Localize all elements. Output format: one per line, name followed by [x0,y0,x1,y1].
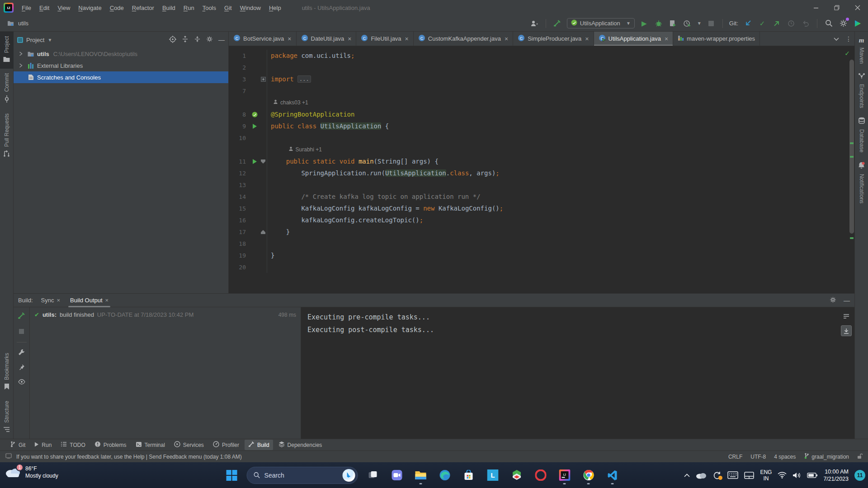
code-line[interactable]: 3import ... [229,73,854,85]
chat-taskbar-icon[interactable] [388,465,406,485]
tab-utilsapplication-java[interactable]: CUtilsApplication.java× [594,32,674,46]
line-number[interactable]: 14 [229,193,250,200]
panel-settings-gear-icon[interactable] [206,36,213,44]
tab-fileutil-java[interactable]: CFileUtil.java× [356,32,413,46]
feedback-icon[interactable] [5,453,12,460]
line-number[interactable]: 17 [229,229,250,235]
hide-panel-icon[interactable]: — [218,36,225,43]
code-line[interactable]: 7 [229,85,854,97]
notification-count-badge[interactable]: 11 [854,470,865,481]
line-number[interactable]: 13 [229,182,250,188]
collapse-all-icon[interactable] [194,36,201,44]
tab-close-icon[interactable]: × [505,35,508,42]
minimize-button[interactable] [806,0,826,15]
tab-customkafkaappender-java[interactable]: CCustomKafkaAppender.java× [414,32,513,46]
line-number[interactable]: 2 [229,64,250,71]
line-number[interactable]: 15 [229,205,250,212]
hidden-tabs-chevron-icon[interactable] [834,35,839,43]
stop-build-icon[interactable] [19,328,24,336]
clock-widget[interactable]: 10:00 AM 7/21/2023 [823,468,849,483]
debug-button[interactable] [654,19,664,28]
run-options-chevron-icon[interactable]: ▼ [697,21,702,26]
code-line[interactable]: 1package com.uci.utils; [229,50,854,61]
line-number[interactable]: 20 [229,264,250,271]
opera-taskbar-icon[interactable] [532,465,550,485]
menu-help[interactable]: Help [265,3,285,13]
tab-botservice-java[interactable]: CBotService.java× [229,32,297,46]
weather-widget[interactable]: 1 86°F Mostly cloudy [5,465,58,479]
code-line[interactable]: 18 [229,238,854,249]
indent-indicator[interactable]: 4 spaces [774,454,796,460]
tool-stripe-maven[interactable]: mMaven [855,32,868,68]
filter-eye-icon[interactable] [18,378,25,386]
line-number[interactable]: 12 [229,170,250,177]
code-line[interactable]: 9public class UtilsApplication { [229,120,854,132]
tool-stripe-database[interactable]: Database [855,113,868,157]
menu-build[interactable]: Build [159,3,179,13]
bluestacks-taskbar-icon[interactable] [508,465,526,485]
build-settings-gear-icon[interactable] [830,296,836,305]
run-button[interactable]: ▶ [639,19,649,28]
build-tab-sync[interactable]: Sync× [41,294,61,307]
fold-close-icon[interactable] [259,230,267,234]
spring-gutter-icon[interactable] [250,112,259,117]
chrome-taskbar-icon[interactable] [580,465,598,485]
code-line[interactable]: 13 [229,179,854,191]
lenovo-taskbar-icon[interactable]: L [484,465,502,485]
file-explorer-taskbar-icon[interactable] [412,465,430,485]
rerun-build-hammer-icon[interactable] [18,312,25,321]
tab-close-icon[interactable]: × [57,297,60,304]
soft-wrap-icon[interactable] [841,311,852,322]
code-line[interactable]: 16 kafkaLogConfig.createLogTopic(); [229,214,854,226]
git-push-button[interactable] [772,19,782,28]
tool-stripe-notifications[interactable]: Notifications [855,157,868,208]
sync-icon[interactable] [712,471,722,480]
line-ending-indicator[interactable]: CRLF [728,454,742,460]
search-everywhere-icon[interactable] [824,19,834,28]
code-line[interactable]: 8@SpringBootApplication [229,108,854,120]
pin-icon[interactable] [19,364,25,372]
tool-stripe-project[interactable]: Project [0,32,14,69]
toolwindow-git[interactable]: Git [6,440,29,450]
code-line[interactable]: 15 KafkaLogConfig kafkaLogConfig = new K… [229,202,854,214]
menu-tools[interactable]: Tools [199,3,220,13]
run-gutter-icon[interactable] [250,159,259,164]
build-console[interactable]: Executing pre-compile tasks...Executing … [301,307,854,439]
language-indicator[interactable]: ENG IN [760,469,772,482]
tool-stripe-pull-requests[interactable]: Pull Requests [0,109,14,163]
breadcrumb[interactable]: utils [5,19,28,28]
line-number[interactable]: 11 [229,158,250,165]
toolwindow-terminal[interactable]: Terminal [132,440,169,450]
toolwindow-problems[interactable]: Problems [91,440,130,450]
restore-button[interactable] [826,0,847,15]
code-with-me-icon[interactable] [529,19,539,28]
line-number[interactable]: 1 [229,52,250,59]
intellij-taskbar-icon[interactable]: IJ [556,465,574,485]
code-line[interactable]: 2 [229,61,854,73]
code-area[interactable]: 1package com.uci.utils;23import ...7chak… [229,46,854,293]
toolwindow-build[interactable]: Build [245,440,273,450]
git-commit-button[interactable]: ✓ [757,19,767,28]
code-line[interactable]: 17 } [229,226,854,238]
git-update-button[interactable] [743,19,753,28]
toolwindow-todo[interactable]: TODO [57,440,89,450]
code-line[interactable]: 10 [229,132,854,144]
menu-file[interactable]: File [18,3,35,13]
tool-stripe-structure[interactable]: Structure [0,396,14,439]
toolwindow-profiler[interactable]: Profiler [209,440,243,450]
project-panel-title[interactable]: Project [26,37,44,43]
run-configuration-select[interactable]: UtilsApplication ▼ [567,18,635,28]
battery-icon[interactable] [807,473,817,478]
line-number[interactable]: 8 [229,111,250,118]
git-branch-widget[interactable]: graal_migration [804,453,849,460]
menu-window[interactable]: Window [236,3,264,13]
menu-code[interactable]: Code [106,3,127,13]
menu-edit[interactable]: Edit [36,3,53,13]
tab-close-icon[interactable]: × [585,35,589,42]
toolwindow-services[interactable]: Services [170,440,208,450]
chevron-right-icon[interactable] [17,63,24,68]
line-number[interactable]: 18 [229,240,250,247]
toolbox-triangle-icon[interactable] [853,19,863,28]
close-button[interactable] [847,0,868,15]
line-number[interactable]: 7 [229,88,250,94]
